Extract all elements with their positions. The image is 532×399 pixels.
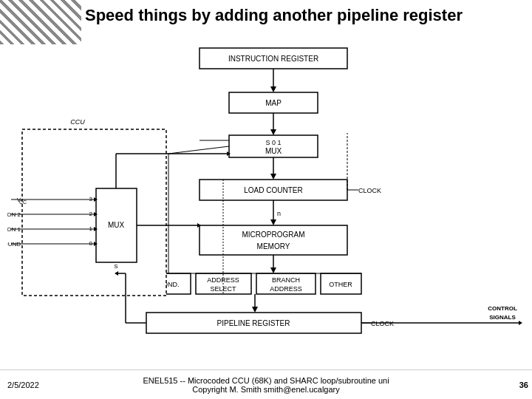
svg-text:INSTRUCTION REGISTER: INSTRUCTION REGISTER — [228, 55, 318, 63]
svg-text:ADDRESS: ADDRESS — [270, 285, 302, 293]
svg-text:OTHER: OTHER — [329, 281, 352, 288]
footer-page: 36 — [519, 381, 528, 389]
footer-date: 2/5/2022 — [7, 381, 39, 389]
svg-marker-19 — [270, 219, 276, 225]
svg-text:BRANCH: BRANCH — [272, 276, 300, 284]
svg-text:MICROPROGRAM: MICROPROGRAM — [242, 231, 305, 239]
svg-text:LOAD COUNTER: LOAD COUNTER — [244, 186, 302, 194]
svg-marker-3 — [270, 86, 276, 92]
svg-text:MUX: MUX — [108, 221, 125, 229]
footer-line1: ENEL515 -- Microcoded CCU (68K) and SHAR… — [143, 376, 389, 385]
svg-marker-37 — [252, 307, 258, 313]
page-title: Speed things by adding another pipeline … — [85, 6, 463, 25]
svg-text:PIPELINE REGISTER: PIPELINE REGISTER — [217, 319, 290, 327]
svg-text:CCU: CCU — [70, 118, 85, 126]
svg-marker-12 — [270, 174, 276, 180]
footer: 2/5/2022 ENEL515 -- Microcoded CCU (68K)… — [0, 369, 532, 399]
footer-line2: Copyright M. Smith smith@enel.ucalgary — [192, 385, 339, 394]
svg-text:CONTROL: CONTROL — [488, 305, 517, 312]
svg-text:MUX: MUX — [265, 147, 282, 155]
svg-marker-7 — [270, 129, 276, 135]
footer-text: ENEL515 -- Microcoded CCU (68K) and SHAR… — [143, 376, 389, 394]
svg-marker-83 — [519, 321, 522, 325]
svg-line-85 — [168, 146, 229, 154]
svg-text:CLOCK: CLOCK — [358, 187, 381, 194]
svg-text:SIGNALS: SIGNALS — [489, 314, 516, 321]
svg-text:MEMORY: MEMORY — [257, 242, 290, 250]
corner-decoration — [0, 0, 81, 44]
svg-marker-24 — [270, 267, 276, 273]
svg-rect-20 — [200, 225, 347, 255]
svg-text:MAP: MAP — [265, 99, 282, 107]
svg-text:n: n — [277, 210, 281, 217]
diagram-svg: INSTRUCTION REGISTER MAP S 0 1 MUX LOAD … — [7, 44, 525, 355]
svg-text:S: S — [114, 263, 117, 270]
svg-text:CC: CC — [19, 200, 27, 205]
svg-text:S  0    1: S 0 1 — [265, 139, 281, 146]
svg-text:CLOCK: CLOCK — [371, 320, 394, 327]
